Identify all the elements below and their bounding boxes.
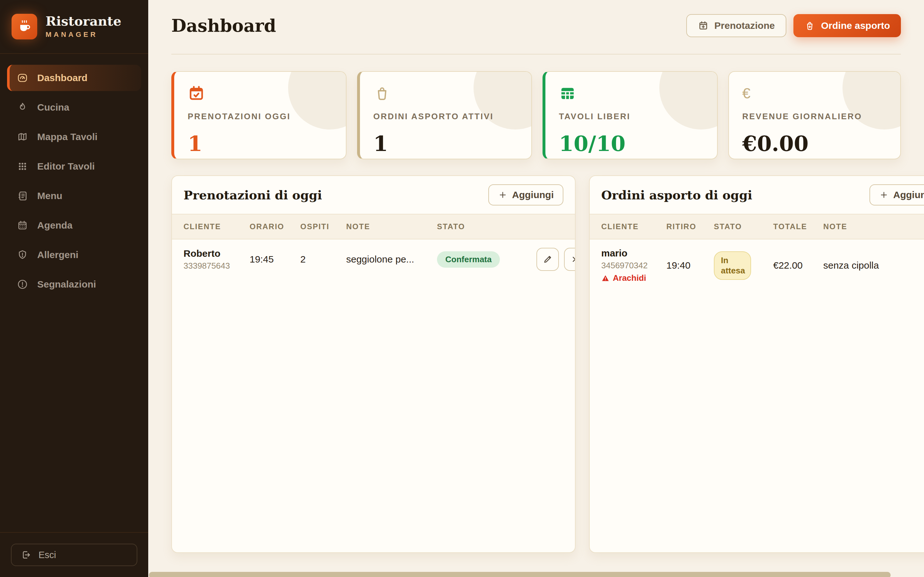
bag-plus-icon bbox=[804, 20, 815, 31]
column-header: STATO bbox=[714, 222, 773, 231]
column-header: STATO bbox=[437, 222, 536, 231]
client-name: mario bbox=[601, 248, 666, 259]
sidebar-item-label: Allergeni bbox=[37, 250, 78, 260]
stat-icon-wrap: € bbox=[742, 84, 887, 103]
sidebar-nav: Dashboard Cucina Mappa Tavoli bbox=[0, 54, 148, 532]
main-area: Dashboard Prenotazione Ordine asporto bbox=[148, 0, 924, 577]
sidebar-footer: Esci bbox=[0, 532, 148, 577]
add-takeaway-label: Aggiungi bbox=[893, 189, 924, 200]
shield-alert-icon bbox=[17, 249, 28, 261]
topbar: Dashboard Prenotazione Ordine asporto bbox=[171, 14, 901, 37]
allergen-label: Arachidi bbox=[613, 273, 646, 283]
stat-card-tavoli-liberi: TAVOLI LIBERI 10/10 bbox=[543, 71, 718, 159]
column-header: NOTE bbox=[346, 222, 437, 231]
time-cell: 19:45 bbox=[250, 254, 300, 265]
new-reservation-button[interactable]: Prenotazione bbox=[686, 14, 787, 37]
panels-row: Prenotazioni di oggi Aggiungi CLIENTE OR… bbox=[171, 175, 924, 553]
clipboard-list-icon bbox=[17, 190, 28, 201]
edit-reservation-button[interactable] bbox=[536, 248, 559, 271]
add-takeaway-button[interactable]: Aggiungi bbox=[869, 184, 924, 205]
warning-triangle-icon bbox=[601, 274, 610, 282]
stat-label: PRENOTAZIONI OGGI bbox=[188, 111, 333, 121]
brand-title: Ristorante bbox=[45, 15, 121, 28]
sidebar: Ristorante MANAGER Dashboard Cucina bbox=[0, 0, 148, 577]
column-header: ORARIO bbox=[250, 222, 300, 231]
sidebar-item-menu[interactable]: Menu bbox=[7, 183, 141, 209]
plus-icon bbox=[879, 190, 889, 200]
stat-card-revenue-giornaliero: € REVENUE GIORNALIERO €0.00 bbox=[728, 71, 901, 159]
panel-header: Ordini asporto di oggi Aggiungi bbox=[590, 176, 924, 214]
sidebar-item-label: Editor Tavoli bbox=[37, 161, 95, 172]
sidebar-item-label: Dashboard bbox=[37, 73, 87, 83]
table-row: Roberto 3339875643 19:45 2 seggiolone pe… bbox=[172, 239, 575, 279]
takeaway-panel: Ordini asporto di oggi Aggiungi CLIENTE … bbox=[589, 175, 924, 553]
sidebar-item-label: Mappa Tavoli bbox=[37, 131, 97, 142]
brand-text: Ristorante MANAGER bbox=[45, 15, 121, 39]
column-header: TOTALE bbox=[773, 222, 823, 231]
note-cell: seggiolone pe... bbox=[346, 254, 437, 265]
calendar-check-icon bbox=[188, 85, 205, 102]
app-window: Ristorante MANAGER Dashboard Cucina bbox=[0, 0, 924, 577]
client-phone: 3456970342 bbox=[601, 261, 666, 271]
sidebar-item-label: Menu bbox=[37, 190, 62, 201]
flame-icon bbox=[17, 102, 28, 113]
shopping-bag-icon bbox=[373, 85, 391, 102]
sidebar-item-label: Agenda bbox=[37, 220, 73, 231]
plus-icon bbox=[498, 190, 507, 200]
grid-dots-icon bbox=[17, 161, 28, 172]
reservations-panel: Prenotazioni di oggi Aggiungi CLIENTE OR… bbox=[171, 175, 575, 553]
column-header: NOTE bbox=[823, 222, 903, 231]
sidebar-item-mappa-tavoli[interactable]: Mappa Tavoli bbox=[7, 124, 141, 150]
sidebar-item-editor-tavoli[interactable]: Editor Tavoli bbox=[7, 153, 141, 179]
stat-icon-wrap bbox=[188, 84, 333, 103]
sidebar-item-dashboard[interactable]: Dashboard bbox=[7, 65, 141, 91]
client-name: Roberto bbox=[184, 248, 250, 259]
stat-value: 10/10 bbox=[559, 131, 704, 156]
client-cell: mario 3456970342 Arachidi bbox=[601, 248, 666, 283]
coffee-cup-logo-icon bbox=[11, 14, 37, 39]
logout-icon bbox=[21, 550, 31, 560]
column-header: RITIRO bbox=[666, 222, 714, 231]
stat-label: ORDINI ASPORTO ATTIVI bbox=[373, 111, 518, 121]
client-cell: Roberto 3339875643 bbox=[184, 248, 250, 271]
status-badge: Confermata bbox=[437, 251, 500, 268]
column-header: CLIENTE bbox=[184, 222, 250, 231]
logout-label: Esci bbox=[39, 550, 56, 560]
row-actions bbox=[536, 248, 575, 271]
cancel-reservation-button[interactable] bbox=[564, 248, 575, 271]
table-row: mario 3456970342 Arachidi 19:40 bbox=[590, 239, 924, 292]
status-cell: In attesa bbox=[714, 251, 773, 280]
pencil-icon bbox=[543, 254, 553, 264]
sidebar-item-allergeni[interactable]: Allergeni bbox=[7, 242, 141, 268]
header-divider bbox=[171, 54, 901, 55]
status-cell: Confermata bbox=[437, 251, 536, 268]
alert-circle-icon bbox=[17, 279, 28, 290]
close-icon bbox=[570, 254, 575, 264]
table-header: CLIENTE ORARIO OSPITI NOTE STATO bbox=[172, 214, 575, 239]
guests-cell: 2 bbox=[300, 254, 346, 265]
topbar-actions: Prenotazione Ordine asporto bbox=[686, 14, 901, 37]
sidebar-item-agenda[interactable]: Agenda bbox=[7, 212, 141, 239]
note-cell: senza cipolla bbox=[823, 260, 903, 271]
row-actions bbox=[903, 252, 924, 279]
stat-value: 1 bbox=[188, 131, 333, 156]
add-reservation-button[interactable]: Aggiungi bbox=[488, 184, 564, 205]
euro-icon: € bbox=[742, 85, 751, 102]
sidebar-item-cucina[interactable]: Cucina bbox=[7, 94, 141, 121]
new-reservation-label: Prenotazione bbox=[714, 20, 775, 31]
panel-header: Prenotazioni di oggi Aggiungi bbox=[172, 176, 575, 214]
column-header: OSPITI bbox=[300, 222, 346, 231]
new-takeaway-order-button[interactable]: Ordine asporto bbox=[793, 14, 901, 37]
stat-icon-wrap bbox=[373, 84, 518, 103]
stat-value: €0.00 bbox=[742, 131, 887, 156]
logout-button[interactable]: Esci bbox=[11, 544, 137, 566]
client-phone: 3339875643 bbox=[184, 261, 250, 271]
horizontal-scrollbar[interactable] bbox=[149, 572, 891, 577]
status-badge: In attesa bbox=[714, 251, 751, 280]
calendar-dots-icon bbox=[17, 219, 28, 231]
sidebar-item-segnalazioni[interactable]: Segnalazioni bbox=[7, 271, 141, 298]
allergen-warning: Arachidi bbox=[601, 273, 666, 283]
brand-subtitle: MANAGER bbox=[45, 31, 121, 39]
pickup-time-cell: 19:40 bbox=[666, 260, 714, 271]
calendar-plus-icon bbox=[698, 20, 709, 31]
